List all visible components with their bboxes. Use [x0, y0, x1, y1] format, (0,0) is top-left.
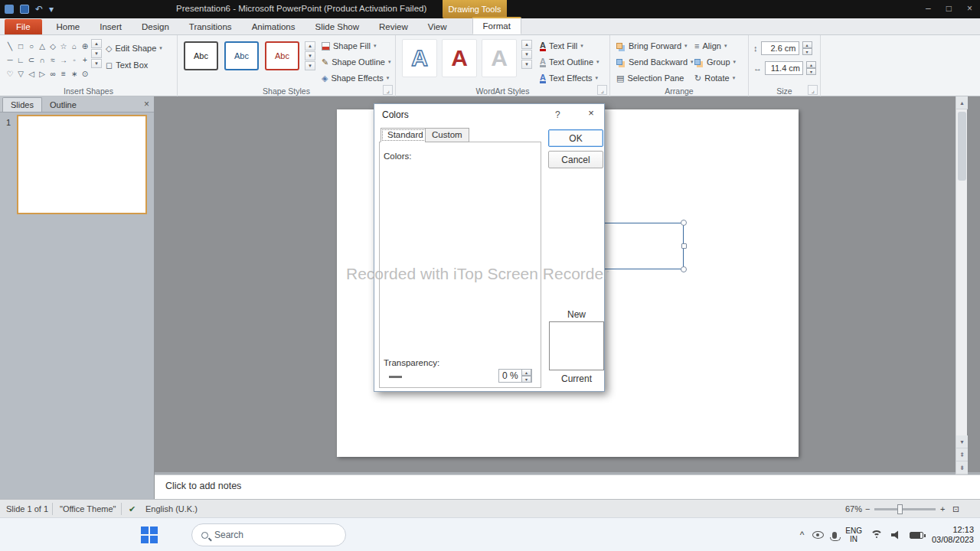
cancel-button[interactable]: Cancel: [548, 151, 603, 168]
shape-style-preset-2[interactable]: Abc: [224, 41, 259, 70]
tab-design[interactable]: Design: [132, 19, 179, 34]
zoom-out-icon[interactable]: −: [865, 504, 870, 514]
tab-custom[interactable]: Custom: [425, 128, 469, 142]
notes-pane[interactable]: Click to add notes: [155, 474, 980, 499]
shape-height-stepper[interactable]: ▴▾: [802, 41, 812, 55]
shape-icon[interactable]: +: [80, 53, 90, 67]
maximize-button[interactable]: □: [946, 3, 952, 14]
shape-outline-button[interactable]: ✎ Shape Outline ▾: [320, 55, 392, 69]
transparency-slider[interactable]: [389, 376, 402, 378]
wordart-more-icon[interactable]: ▾: [521, 60, 532, 69]
shape-icon[interactable]: □: [15, 39, 26, 53]
zoom-level[interactable]: 67%: [845, 504, 862, 514]
customize-qat-icon[interactable]: ▾: [49, 4, 54, 15]
shape-icon[interactable]: ◦: [69, 53, 80, 67]
slide-thumbnail[interactable]: [17, 115, 147, 214]
shape-style-preset-1[interactable]: Abc: [184, 41, 218, 70]
scrollbar-thumb[interactable]: [958, 112, 966, 181]
text-effects-button[interactable]: A Text Effects ▾: [538, 71, 599, 85]
shape-style-preset-3[interactable]: Abc: [265, 41, 299, 70]
shape-icon[interactable]: △: [37, 39, 47, 53]
shape-icon[interactable]: ╲: [5, 39, 15, 53]
battery-icon[interactable]: [910, 532, 923, 539]
fit-to-window-icon[interactable]: ⊡: [952, 504, 959, 514]
wifi-icon[interactable]: [871, 530, 883, 540]
tab-home[interactable]: Home: [47, 19, 90, 34]
shape-icon[interactable]: ─: [5, 53, 15, 67]
microphone-tray-icon[interactable]: [832, 532, 837, 539]
tab-outline[interactable]: Outline: [42, 98, 84, 112]
clock-tray[interactable]: 12:13 03/08/2023: [932, 525, 974, 545]
spell-check-icon[interactable]: ✔: [129, 504, 136, 514]
edit-shape-button[interactable]: ◇ Edit Shape ▾: [104, 41, 164, 55]
shapes-scroll-up-icon[interactable]: ▴: [91, 39, 102, 48]
shape-effects-button[interactable]: ◈ Shape Effects ▾: [320, 71, 390, 85]
tab-format[interactable]: Format: [472, 17, 521, 34]
tab-review[interactable]: Review: [369, 19, 418, 34]
grayscale-hex-row[interactable]: [384, 289, 523, 312]
previous-slide-icon[interactable]: ⇞: [956, 448, 968, 461]
selection-pane-button[interactable]: ▤ Selection Pane: [615, 71, 685, 85]
tab-animations[interactable]: Animations: [242, 19, 305, 34]
shape-icon[interactable]: ∟: [15, 53, 26, 67]
hidden-icons-chevron[interactable]: ^: [800, 530, 805, 540]
shape-icon[interactable]: ≈: [47, 53, 58, 67]
shape-icon[interactable]: ▽: [15, 67, 26, 80]
bring-forward-button[interactable]: Bring Forward ▾: [615, 39, 689, 53]
scroll-down-icon[interactable]: ▾: [956, 435, 968, 448]
eye-tray-icon[interactable]: [812, 531, 824, 539]
shape-icon[interactable]: ⊙: [80, 67, 90, 80]
shape-width-input[interactable]: 11.4 cm: [765, 61, 803, 75]
vertical-scrollbar[interactable]: ▴ ▾ ⇞ ⇟: [956, 96, 967, 474]
language-tray[interactable]: ENG IN: [845, 527, 862, 543]
shape-icon[interactable]: ⊕: [80, 39, 90, 53]
resize-handle-right[interactable]: [681, 243, 687, 249]
panel-close-icon[interactable]: ×: [144, 99, 149, 109]
tab-file[interactable]: File: [5, 19, 42, 34]
shape-icon[interactable]: ◁: [26, 67, 37, 80]
tab-slides[interactable]: Slides: [2, 97, 42, 112]
wordart-scroll-down-icon[interactable]: ▾: [521, 50, 532, 59]
minimize-button[interactable]: –: [926, 3, 931, 14]
resize-handle-bottom-right[interactable]: [681, 266, 687, 272]
text-fill-button[interactable]: A Text Fill ▾: [538, 39, 585, 53]
theme-indicator[interactable]: "Office Theme": [60, 504, 116, 514]
tab-view[interactable]: View: [418, 19, 457, 34]
wordart-scroll-up-icon[interactable]: ▴: [521, 40, 532, 49]
ok-button[interactable]: OK: [548, 129, 603, 147]
shape-fill-button[interactable]: Shape Fill ▾: [320, 39, 377, 53]
taskbar-search[interactable]: Search: [191, 523, 346, 546]
shapes-more-icon[interactable]: ▾: [91, 59, 102, 68]
tab-transitions[interactable]: Transitions: [179, 19, 242, 34]
transparency-spinbox[interactable]: 0 % ▴ ▾: [498, 369, 532, 383]
shape-height-input[interactable]: 2.6 cm: [761, 41, 799, 55]
zoom-slider-thumb[interactable]: [897, 504, 903, 514]
rotate-button[interactable]: ↻ Rotate ▾: [693, 71, 737, 85]
close-button[interactable]: ×: [967, 3, 972, 14]
shape-icon[interactable]: →: [58, 53, 69, 67]
start-button[interactable]: [135, 520, 164, 549]
shape-width-stepper[interactable]: ▴▾: [806, 61, 816, 75]
next-slide-icon[interactable]: ⇟: [956, 461, 968, 474]
app-menu-icon[interactable]: [5, 5, 14, 14]
wordart-sample-3[interactable]: A: [482, 39, 517, 77]
shape-styles-dialog-launcher[interactable]: ⌟: [383, 85, 393, 95]
dialog-help-icon[interactable]: ?: [555, 109, 560, 120]
text-outline-button[interactable]: A Text Outline ▾: [538, 55, 601, 69]
styles-scroll-down-icon[interactable]: ▾: [305, 51, 315, 60]
undo-icon[interactable]: ↶: [35, 4, 43, 15]
wordart-sample-1[interactable]: A: [402, 39, 437, 77]
volume-icon[interactable]: [891, 530, 901, 540]
shape-icon[interactable]: ○: [26, 39, 37, 53]
styles-scroll-up-icon[interactable]: ▴: [305, 41, 315, 51]
shape-icon[interactable]: ∞: [47, 67, 58, 80]
tab-slide-show[interactable]: Slide Show: [305, 19, 370, 34]
dialog-close-icon[interactable]: ×: [583, 107, 599, 121]
resize-handle-top-right[interactable]: [681, 220, 687, 226]
text-box-button[interactable]: ◻ Text Box: [104, 58, 149, 72]
zoom-slider[interactable]: [874, 508, 936, 510]
shape-icon[interactable]: ⊂: [26, 53, 37, 67]
wordart-dialog-launcher[interactable]: ⌟: [597, 85, 607, 95]
send-backward-button[interactable]: Send Backward ▾: [615, 55, 695, 69]
shapes-scroll-down-icon[interactable]: ▾: [91, 49, 102, 58]
